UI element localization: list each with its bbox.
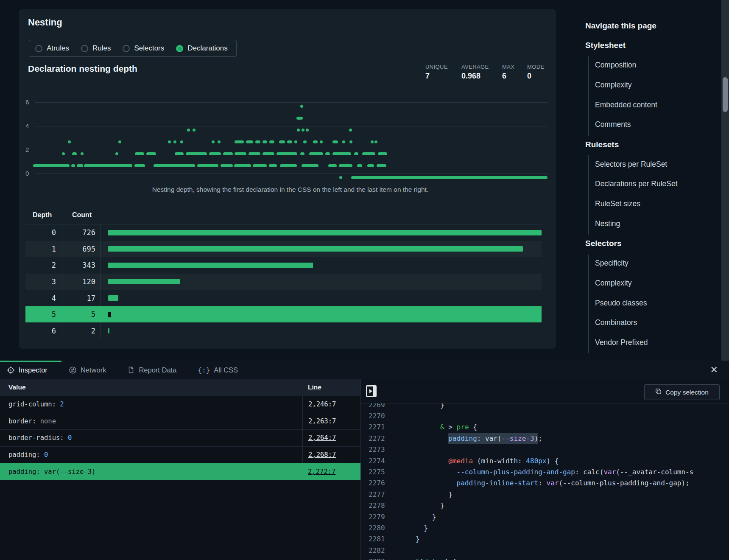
radio-selectors-dot (123, 45, 130, 52)
sidebar-item-complexity[interactable]: Complexity (595, 277, 632, 288)
line-number: 2275 (361, 468, 400, 476)
scatter-segment-depth2 (309, 152, 323, 155)
count-cell: 2 (66, 322, 95, 339)
radio-option-selectors[interactable]: Selectors (123, 44, 164, 53)
scatter-segment-depth2 (362, 152, 375, 155)
count-bar (108, 312, 111, 317)
declaration-row[interactable]: padding: 02,268:7 (0, 447, 360, 464)
nesting-card: Nesting AtrulesRulesSelectorsDeclaration… (19, 9, 556, 349)
radio-option-atrules[interactable]: Atrules (35, 44, 69, 53)
declaration-value: padding: var(--size-3) (8, 463, 95, 480)
line-content: &[data-] { (408, 557, 457, 560)
scatter-segment-depth1 (77, 164, 83, 167)
line-link[interactable]: 2,264:7 (308, 434, 336, 442)
sidebar-item-nesting[interactable]: Nesting (595, 218, 620, 229)
line-number: 2279 (361, 513, 400, 521)
table-row-depth-0[interactable]: 0726 (25, 224, 542, 241)
page-scrollbar-thumb[interactable] (723, 77, 728, 112)
line-number: 2277 (361, 490, 400, 498)
sidebar-item-declarations-per-ruleset[interactable]: Declarations per RuleSet (595, 179, 678, 190)
scatter-segment-depth1 (71, 164, 75, 167)
line-number: 2272 (361, 434, 400, 442)
scatter-segment-depth1 (221, 164, 233, 167)
scatter-segment-depth2 (62, 152, 65, 155)
line-content: padding-inline-start: var(--column-plus-… (408, 479, 690, 487)
tab-inspector[interactable]: Inspector (7, 366, 47, 374)
table-row-depth-3[interactable]: 3120 (25, 274, 542, 290)
line-cell: 2,268:7 (302, 447, 360, 463)
panel-toggle-icon[interactable] (366, 385, 377, 397)
stat-average-value: 0.968 (461, 72, 489, 81)
tab-network[interactable]: Network (69, 366, 106, 374)
copy-selection-button[interactable]: Copy selection (644, 384, 720, 400)
close-icon[interactable]: ✕ (710, 364, 718, 376)
scatter-segment-depth3 (279, 140, 285, 143)
sidebar-item-pseudo-classes[interactable]: Pseudo classes (595, 297, 647, 308)
sidebar-item-combinators[interactable]: Combinators (595, 317, 637, 328)
scatter-segment-depth3 (313, 140, 318, 143)
tab-all-css[interactable]: {:}All CSS (198, 366, 238, 374)
sidebar-group-border (588, 155, 589, 235)
radio-option-rules[interactable]: Rules (81, 44, 111, 53)
table-row-depth-5[interactable]: 55 (25, 306, 542, 323)
line-link[interactable]: 2,263:7 (308, 417, 336, 425)
radio-rules-label: Rules (92, 44, 111, 53)
line-number: 2273 (361, 445, 400, 454)
declaration-value: border-radius: 0 (8, 430, 72, 446)
line-link[interactable]: 2,268:7 (308, 451, 336, 459)
table-row-depth-4[interactable]: 417 (25, 290, 542, 306)
scatter-segment-depth3 (212, 140, 215, 143)
line-link[interactable]: 2,272:7 (308, 468, 335, 476)
line-column-header[interactable]: Line (308, 384, 321, 391)
sidebar-item-complexity[interactable]: Complexity (595, 79, 632, 90)
scatter-segment-depth3 (374, 140, 377, 143)
inspector-table-header: Value Line (0, 379, 360, 396)
code-line-2282: 2282 (361, 545, 729, 556)
sidebar-item-vendor-prefixed[interactable]: Vendor Prefixed (595, 337, 648, 348)
line-link[interactable]: 2,246:7 (308, 400, 336, 408)
sidebar-item-embedded-content[interactable]: Embedded content (595, 99, 657, 110)
scatter-segment-depth1 (357, 164, 362, 167)
scatter-segment-depth2 (354, 152, 358, 155)
sidebar-item-comments[interactable]: Comments (595, 119, 631, 130)
depth-cell: 3 (25, 274, 56, 290)
declaration-value: padding: 0 (8, 447, 48, 463)
depth-count-table: DepthCount07261695234331204175562 (25, 210, 542, 339)
scatter-segment-depth4 (302, 129, 304, 132)
css-source-pane: Copy selection 2269 }22702271 & > pre {2… (360, 379, 729, 560)
sidebar-item-selectors-per-ruleset[interactable]: Selectors per RuleSet (595, 159, 667, 170)
scatter-segment-depth2 (378, 152, 387, 155)
line-number: 2276 (361, 479, 400, 487)
sidebar-item-specificity[interactable]: Specificity (595, 258, 628, 269)
copy-selection-label: Copy selection (665, 389, 709, 396)
line-content: padding: var(--size-3); (408, 434, 542, 442)
table-row-depth-6[interactable]: 62 (25, 322, 542, 339)
declaration-row[interactable]: border-radius: 02,264:7 (0, 430, 360, 447)
scatter-segment-depth0 (351, 176, 547, 179)
declaration-row[interactable]: border: none2,263:7 (0, 413, 360, 430)
count-bar (108, 246, 523, 252)
declaration-row[interactable]: padding: var(--size-3)2,272:7 (0, 463, 360, 480)
sidebar-item-composition[interactable]: Composition (595, 60, 636, 71)
depth-cell: 2 (25, 257, 56, 274)
depth-count-header-row: DepthCount (25, 210, 542, 224)
scatter-segment-depth2 (249, 152, 260, 155)
line-content: } (408, 490, 452, 498)
table-row-depth-2[interactable]: 2343 (25, 257, 542, 274)
radio-option-declarations[interactable]: Declarations (176, 44, 228, 53)
count-cell: 695 (66, 241, 95, 258)
gridline-y0 (35, 174, 547, 174)
scatter-segment-depth2 (209, 152, 221, 155)
scatter-segment-depth2 (325, 152, 330, 155)
sidebar-item-ruleset-sizes[interactable]: RuleSet sizes (595, 199, 640, 210)
scatter-segment-depth0 (339, 176, 342, 179)
css-source-view[interactable]: 2269 }22702271 & > pre {2272 padding: va… (361, 403, 729, 560)
card-title: Nesting (28, 17, 62, 28)
scatter-segment-depth1 (33, 164, 70, 167)
tab-report-data[interactable]: Report Data (127, 366, 176, 374)
line-content: @media (min-width: 480px) { (408, 457, 559, 465)
scatter-segment-depth2 (263, 152, 274, 155)
depth-cell: 4 (25, 290, 56, 306)
table-row-depth-1[interactable]: 1695 (25, 241, 542, 258)
declaration-row[interactable]: grid-column: 22,246:7 (0, 396, 360, 413)
